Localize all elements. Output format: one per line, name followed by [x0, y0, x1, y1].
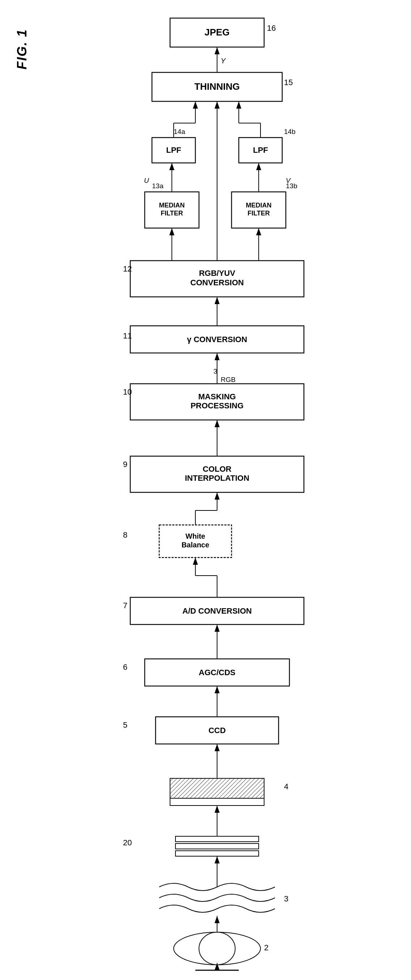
svg-text:White: White	[186, 532, 205, 540]
svg-text:14a: 14a	[174, 128, 185, 135]
svg-rect-86	[176, 851, 259, 856]
svg-text:3: 3	[284, 894, 288, 903]
svg-text:7: 7	[123, 601, 127, 610]
svg-rect-85	[176, 843, 259, 849]
svg-rect-80	[170, 778, 264, 798]
page: FIG. 1 JPEG 16 THINNING 15 Y LPF 14a L	[0, 0, 411, 980]
svg-text:5: 5	[123, 721, 127, 729]
svg-text:20: 20	[123, 838, 132, 847]
svg-text:CCD: CCD	[208, 726, 226, 735]
svg-text:AGC/CDS: AGC/CDS	[198, 668, 235, 677]
svg-text:MASKING: MASKING	[198, 392, 236, 401]
diagram-svg: JPEG 16 THINNING 15 Y LPF 14a LPF 14b ME…	[47, 7, 373, 977]
svg-text:THINNING: THINNING	[194, 81, 240, 92]
svg-text:INTERPOLATION: INTERPOLATION	[185, 474, 249, 482]
svg-text:RGB/YUV: RGB/YUV	[199, 269, 235, 278]
svg-text:γ CONVERSION: γ CONVERSION	[187, 335, 247, 344]
svg-rect-81	[170, 798, 264, 805]
svg-text:FILTER: FILTER	[248, 210, 270, 217]
svg-text:COLOR: COLOR	[203, 465, 232, 474]
svg-text:12: 12	[123, 264, 132, 273]
svg-text:2: 2	[264, 943, 268, 952]
svg-text:8: 8	[123, 530, 127, 539]
svg-text:PROCESSING: PROCESSING	[190, 401, 244, 410]
svg-text:FILTER: FILTER	[161, 210, 183, 217]
svg-text:Y: Y	[221, 57, 226, 65]
svg-point-92	[199, 932, 235, 965]
svg-text:4: 4	[284, 782, 288, 791]
svg-text:Balance: Balance	[182, 541, 209, 549]
svg-text:MEDIAN: MEDIAN	[159, 202, 185, 209]
svg-text:JPEG: JPEG	[205, 27, 229, 38]
svg-text:LPF: LPF	[253, 146, 268, 154]
svg-text:CONVERSION: CONVERSION	[190, 278, 244, 287]
figure-label: FIG. 1	[14, 29, 30, 70]
svg-text:15: 15	[284, 78, 293, 87]
svg-text:14b: 14b	[284, 128, 295, 135]
svg-text:MEDIAN: MEDIAN	[246, 202, 272, 209]
svg-text:A/D CONVERSION: A/D CONVERSION	[182, 606, 252, 616]
svg-text:U: U	[144, 177, 149, 184]
svg-text:RGB: RGB	[221, 376, 235, 383]
svg-text:3: 3	[213, 368, 217, 375]
svg-text:16: 16	[267, 24, 276, 33]
svg-text:LPF: LPF	[166, 146, 181, 154]
svg-text:10: 10	[123, 387, 132, 396]
svg-text:6: 6	[123, 662, 127, 671]
svg-rect-84	[176, 836, 259, 842]
svg-text:13a: 13a	[152, 182, 163, 190]
svg-text:9: 9	[123, 460, 127, 469]
svg-text:11: 11	[123, 331, 132, 340]
